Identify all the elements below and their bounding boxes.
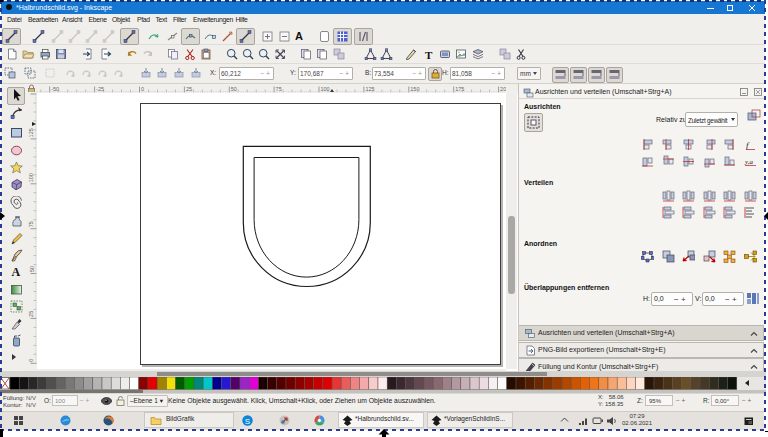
svg-text:50: 50: [231, 86, 237, 92]
svg-text:y,a: y,a: [744, 158, 753, 166]
svg-text:-50: -50: [51, 86, 59, 92]
svg-text:125: 125: [29, 128, 35, 137]
svg-text:A: A: [11, 265, 20, 278]
svg-text:100: 100: [29, 173, 35, 182]
svg-text:75: 75: [276, 86, 282, 92]
svg-text:25: 25: [29, 311, 35, 317]
svg-text:0: 0: [141, 86, 144, 92]
svg-text:25: 25: [186, 86, 192, 92]
svg-text:125: 125: [365, 86, 374, 92]
svg-text:100: 100: [321, 86, 330, 92]
svg-text:S: S: [245, 417, 250, 426]
svg-text:75: 75: [29, 221, 35, 227]
svg-text:150: 150: [410, 86, 419, 92]
svg-text:175: 175: [455, 86, 464, 92]
svg-text:T: T: [425, 48, 433, 60]
svg-text:50: 50: [29, 266, 35, 272]
svg-text:f: f: [746, 140, 750, 150]
svg-text:0: 0: [29, 359, 35, 362]
svg-text:A: A: [295, 30, 303, 42]
svg-text:150: 150: [29, 92, 35, 93]
svg-text:-25: -25: [96, 86, 104, 92]
